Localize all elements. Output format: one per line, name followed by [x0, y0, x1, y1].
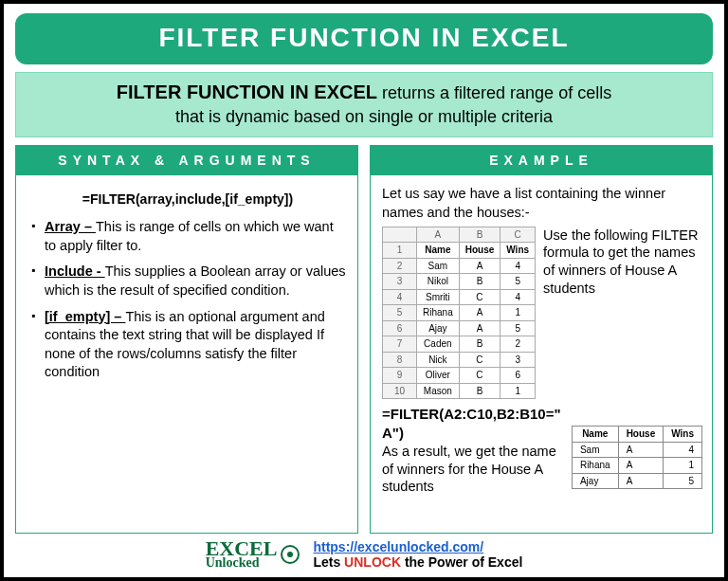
result-block: A") As a result, we get the name of winn…	[382, 424, 562, 496]
cell: C	[459, 368, 500, 384]
formula-line1: =FILTER(A2:C10,B2:B10="	[382, 406, 561, 422]
tag-post: the Power of Excel	[401, 554, 522, 570]
subtitle-rest2: that is dynamic based on single or multi…	[175, 107, 553, 126]
cell: Wins	[664, 427, 702, 443]
cell: 1	[664, 458, 702, 474]
syntax-body: =FILTER(array,include,[if_empty]) Array …	[15, 175, 358, 533]
cell: 5	[664, 473, 702, 489]
page-title: FILTER FUNCTION IN EXCEL	[15, 13, 713, 64]
cell: House	[459, 243, 500, 259]
syntax-formula: =FILTER(array,include,[if_empty])	[27, 191, 348, 209]
cell: Smriti	[417, 289, 460, 305]
cell: A	[417, 227, 460, 243]
cell: Ajay	[417, 320, 460, 336]
cell: 9	[383, 368, 417, 384]
cell: Mason	[417, 383, 460, 399]
logo: EXCEL Unlocked	[206, 539, 300, 570]
footer: EXCEL Unlocked https://excelunlocked.com…	[15, 537, 713, 572]
formula-line2: A")	[382, 424, 562, 443]
example-column: EXAMPLE Let us say we have a list contai…	[370, 145, 713, 533]
source-table: A B C 1 Name House Wins 2SamA4 3NikolB5 …	[382, 227, 536, 400]
cell: Rihana	[572, 458, 618, 474]
arg-name: Include -	[45, 263, 105, 279]
cell	[383, 227, 417, 243]
cell: 5	[383, 305, 417, 321]
syntax-column: SYNTAX & ARGUMENTS =FILTER(array,include…	[15, 145, 358, 533]
cell: Oliver	[417, 368, 460, 384]
cell: Name	[572, 427, 618, 443]
cell: Rihana	[417, 305, 460, 321]
tag-pre: Lets	[313, 554, 344, 570]
arg-ifempty: [if_empty] – This is an optional argumen…	[31, 308, 348, 382]
cell: B	[459, 274, 500, 290]
cell: House	[618, 427, 664, 443]
cell: Name	[417, 243, 460, 259]
example-intro: Let us say we have a list containing the…	[382, 185, 702, 222]
cell: 1	[500, 305, 536, 321]
cell: 1	[383, 243, 417, 259]
cell: C	[459, 352, 500, 368]
cell: 4	[500, 289, 536, 305]
footer-tagline: Lets UNLOCK the Power of Excel	[313, 554, 522, 570]
cell: A	[618, 442, 664, 458]
cell: Nikol	[417, 274, 460, 290]
subtitle-bold: FILTER FUNCTION IN EXCEL	[117, 82, 377, 102]
example-top-row: A B C 1 Name House Wins 2SamA4 3NikolB5 …	[382, 227, 702, 400]
example-formula: =FILTER(A2:C10,B2:B10="	[382, 405, 702, 424]
syntax-header: SYNTAX & ARGUMENTS	[15, 145, 358, 175]
result-table: Name House Wins SamA4 RihanaA1 AjayA5	[572, 426, 702, 489]
cell: A	[459, 320, 500, 336]
cell: 3	[500, 352, 536, 368]
footer-link[interactable]: https://excelunlocked.com/	[313, 539, 483, 554]
cell: Nick	[417, 352, 460, 368]
content-columns: SYNTAX & ARGUMENTS =FILTER(array,include…	[15, 145, 713, 533]
cell: A	[618, 458, 664, 474]
cell: Sam	[417, 258, 460, 274]
cell: 10	[383, 383, 417, 399]
arg-array: Array – This is range of cells on which …	[31, 218, 348, 255]
cell: B	[459, 336, 500, 353]
logo-text: EXCEL Unlocked	[206, 539, 278, 570]
example-bottom-row: A") As a result, we get the name of winn…	[382, 424, 702, 496]
example-body: Let us say we have a list containing the…	[370, 175, 713, 533]
syntax-args-list: Array – This is range of cells on which …	[27, 218, 348, 382]
subtitle-rest1: returns a filtered range of cells	[377, 83, 611, 102]
cell: Wins	[500, 243, 536, 259]
example-side-text: Use the following FILTER formula to get …	[543, 227, 702, 298]
cell: 3	[383, 274, 417, 290]
cell: 4	[664, 442, 702, 458]
arg-include: Include - This supplies a Boolean array …	[31, 263, 348, 300]
cell: A	[618, 473, 664, 489]
cell: B	[459, 227, 500, 243]
cell: Ajay	[572, 473, 618, 489]
lock-icon	[281, 545, 300, 564]
cell: Caden	[417, 336, 460, 353]
cell: Sam	[572, 442, 618, 458]
cell: 4	[383, 289, 417, 305]
cell: 2	[500, 336, 536, 353]
cell: B	[459, 383, 500, 399]
example-header: EXAMPLE	[370, 145, 713, 175]
cell: 8	[383, 352, 417, 368]
cell: A	[459, 258, 500, 274]
cell: 4	[500, 258, 536, 274]
cell: 2	[383, 258, 417, 274]
cell: 5	[500, 320, 536, 336]
cell: C	[459, 289, 500, 305]
arg-name: [if_empty] –	[45, 309, 125, 324]
cell: 6	[383, 320, 417, 336]
cell: 1	[500, 383, 536, 399]
cell: C	[500, 227, 536, 243]
cell: 7	[383, 336, 417, 353]
cell: 5	[500, 274, 536, 290]
cell: A	[459, 305, 500, 321]
tag-unlock: UNLOCK	[344, 554, 401, 570]
arg-name: Array –	[45, 219, 96, 234]
footer-right: https://excelunlocked.com/ Lets UNLOCK t…	[313, 539, 522, 570]
subtitle-band: FILTER FUNCTION IN EXCEL returns a filte…	[15, 72, 713, 137]
cell: 6	[500, 368, 536, 384]
result-text: As a result, we get the name of winners …	[382, 444, 556, 495]
